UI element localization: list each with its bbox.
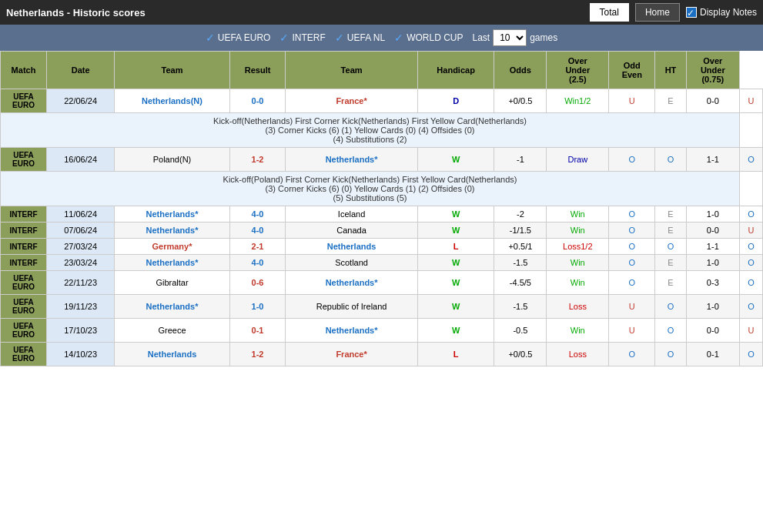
team1-cell[interactable]: Poland(N) [115,148,230,172]
date-cell: 22/11/23 [47,271,115,295]
filter-uefa-euro[interactable]: ✓ UEFA EURO [206,32,271,44]
date-cell: 23/03/24 [47,255,115,271]
team2-cell[interactable]: Scotland [286,255,417,271]
table-row: INTERF 07/06/24 Netherlands* 4-0 Canada … [1,223,763,239]
handicap-cell: -2 [494,206,547,223]
date-cell: 14/10/23 [47,343,115,366]
ht-cell: 0-0 [686,319,739,343]
col-match: Match [1,52,47,89]
ht-cell: 0-0 [686,223,739,239]
date-cell: 07/06/24 [47,223,115,239]
result-cell[interactable]: 2-1 [229,239,286,255]
team1-cell[interactable]: Netherlands* [115,206,230,223]
col-team1: Team [115,52,230,89]
ou075-cell: O [740,255,763,271]
oe-cell: E [655,271,686,295]
header-title: Netherlands - Historic scores [6,7,584,18]
result-cell[interactable]: 1-2 [229,343,286,366]
table-row: INTERF 23/03/24 Netherlands* 4-0 Scotlan… [1,255,763,271]
filter-interf[interactable]: ✓ INTERF [279,32,325,44]
team1-cell[interactable]: Netherlands* [115,295,230,319]
table-row: INTERF 27/03/24 Germany* 2-1 Netherlands… [1,239,763,255]
wdl-cell: W [417,271,494,295]
team2-cell[interactable]: France* [286,343,417,366]
odds-cell: Loss [547,295,609,319]
filter-world-cup[interactable]: ✓ WORLD CUP [394,32,463,44]
display-notes: ✓ Display Notes [686,7,757,18]
last-filter: Last 10 20 50 games [473,29,558,46]
ou25-cell: O [609,239,655,255]
team2-cell[interactable]: Netherlands* [286,148,417,172]
team2-cell[interactable]: Canada [286,223,417,239]
ou075-cell: U [740,223,763,239]
detail-cell: Kick-off(Netherlands) First Corner Kick(… [1,113,740,148]
oe-cell: O [655,319,686,343]
comp-cell: UEFA EURO [1,271,47,295]
col-date: Date [47,52,115,89]
col-ht: HT [655,52,686,89]
team2-cell[interactable]: Republic of Ireland [286,295,417,319]
col-odds: Odds [494,52,547,89]
team2-cell[interactable]: France* [286,89,417,113]
comp-cell: INTERF [1,206,47,223]
handicap-cell: -1.5 [494,255,547,271]
handicap-cell: -0.5 [494,319,547,343]
odds-cell: Loss1/2 [547,239,609,255]
ou075-cell: O [740,295,763,319]
ou075-cell: U [740,89,763,113]
odds-cell: Win1/2 [547,89,609,113]
handicap-cell: +0.5/1 [494,239,547,255]
result-cell[interactable]: 1-2 [229,148,286,172]
handicap-cell: -1.5 [494,295,547,319]
team1-cell[interactable]: Netherlands(N) [115,89,230,113]
detail-row: Kick-off(Netherlands) First Corner Kick(… [1,113,763,148]
ht-cell: 1-0 [686,206,739,223]
table-row: UEFA EURO 16/06/24 Poland(N) 1-2 Netherl… [1,148,763,172]
ou25-cell: U [609,295,655,319]
table-row: UEFA EURO 19/11/23 Netherlands* 1-0 Repu… [1,295,763,319]
odds-cell: Win [547,271,609,295]
result-cell[interactable]: 0-6 [229,271,286,295]
result-cell[interactable]: 1-0 [229,295,286,319]
col-result: Result [229,52,286,89]
result-cell[interactable]: 0-1 [229,319,286,343]
team2-cell[interactable]: Netherlands* [286,271,417,295]
ou25-cell: U [609,89,655,113]
wdl-cell: L [417,343,494,366]
oe-cell: E [655,223,686,239]
team1-cell[interactable]: Netherlands* [115,223,230,239]
tab-home[interactable]: Home [635,3,680,22]
result-cell[interactable]: 0-0 [229,89,286,113]
ou075-cell: O [740,271,763,295]
oe-cell: O [655,148,686,172]
team2-cell[interactable]: Netherlands* [286,319,417,343]
tab-total[interactable]: Total [590,3,629,22]
ou075-cell: O [740,343,763,366]
comp-cell: UEFA EURO [1,295,47,319]
last-games-select[interactable]: 10 20 50 [493,29,527,46]
handicap-cell: -1/1.5 [494,223,547,239]
result-cell[interactable]: 4-0 [229,206,286,223]
team1-cell[interactable]: Germany* [115,239,230,255]
ou25-cell: O [609,271,655,295]
team1-cell[interactable]: Gibraltar [115,271,230,295]
odds-cell: Win [547,255,609,271]
odds-cell: Win [547,206,609,223]
display-notes-checkbox[interactable]: ✓ [686,7,697,18]
check-icon: ✓ [394,32,403,44]
ou25-cell: U [609,319,655,343]
team1-cell[interactable]: Netherlands [115,343,230,366]
date-cell: 27/03/24 [47,239,115,255]
ht-cell: 1-0 [686,255,739,271]
detail-cell: Kick-off(Poland) First Corner Kick(Nethe… [1,172,740,206]
team1-cell[interactable]: Greece [115,319,230,343]
team2-cell[interactable]: Iceland [286,206,417,223]
filter-uefa-nl[interactable]: ✓ UEFA NL [335,32,385,44]
handicap-cell: -4.5/5 [494,271,547,295]
oe-cell: O [655,239,686,255]
result-cell[interactable]: 4-0 [229,223,286,239]
result-cell[interactable]: 4-0 [229,255,286,271]
team1-cell[interactable]: Netherlands* [115,255,230,271]
team2-cell[interactable]: Netherlands [286,239,417,255]
ou25-cell: O [609,148,655,172]
